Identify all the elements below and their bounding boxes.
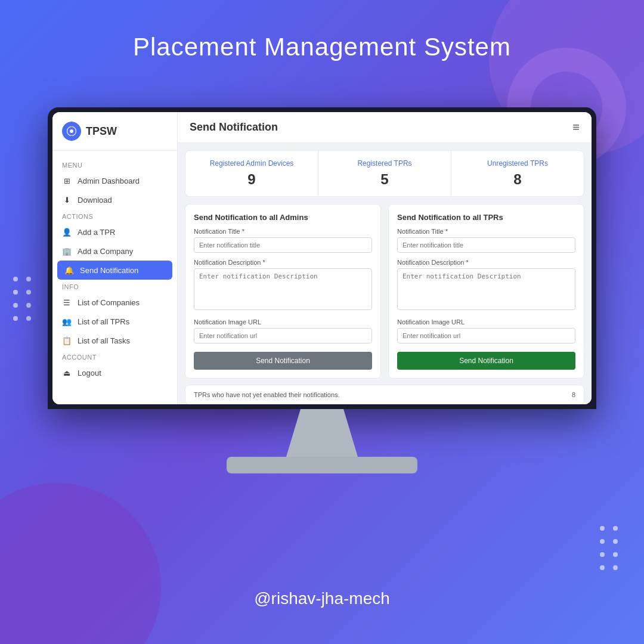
sidebar-item-send-notification[interactable]: 🔔 Send Notification bbox=[57, 261, 172, 280]
sidebar-item-download[interactable]: ⬇ Download bbox=[52, 190, 177, 209]
stat-card-registered-tprs: Registered TPRs 5 bbox=[318, 151, 451, 196]
sidebar-item-list-tprs[interactable]: 👥 List of all TPRs bbox=[52, 312, 177, 331]
tprs-send-button[interactable]: Send Notification bbox=[397, 352, 575, 370]
monitor: TPSW Menu ⊞ Admin Dashboard ⬇ Download A… bbox=[48, 107, 596, 473]
tprs-title-label: Notification Title * bbox=[397, 228, 575, 235]
admins-url-label: Notification Image URL bbox=[194, 318, 372, 326]
grid-icon: ⊞ bbox=[62, 176, 72, 185]
list-icon: ☰ bbox=[62, 298, 72, 307]
users-icon: 👥 bbox=[62, 317, 72, 326]
sidebar-item-send-notification-label: Send Notification bbox=[80, 266, 138, 275]
sidebar-item-list-tasks[interactable]: 📋 List of all Tasks bbox=[52, 331, 177, 350]
admins-notification-panel: Send Notification to all Admins Notifica… bbox=[185, 204, 381, 379]
bottom-bar-text: TPRs who have not yet enabled their noti… bbox=[194, 391, 340, 398]
sidebar-item-admin-dashboard-label: Admin Dashboard bbox=[78, 177, 140, 185]
logo-icon bbox=[62, 122, 81, 141]
tprs-desc-input[interactable] bbox=[397, 268, 575, 310]
admins-title-group: Notification Title * bbox=[194, 228, 372, 253]
tasks-icon: 📋 bbox=[62, 336, 72, 345]
bg-decoration-bottom-left bbox=[0, 483, 161, 644]
stat-label-unregistered-tprs: Unregistered TPRs bbox=[460, 159, 575, 168]
sidebar-item-list-companies[interactable]: ☰ List of Companies bbox=[52, 293, 177, 312]
tprs-desc-group: Notification Description * bbox=[397, 259, 575, 312]
building-icon: 🏢 bbox=[62, 246, 72, 256]
screen-inner: TPSW Menu ⊞ Admin Dashboard ⬇ Download A… bbox=[52, 112, 592, 404]
tprs-title-input[interactable] bbox=[397, 237, 575, 253]
sidebar-item-add-tpr[interactable]: 👤 Add a TPR bbox=[52, 222, 177, 242]
bell-icon: 🔔 bbox=[64, 265, 74, 275]
admins-url-input[interactable] bbox=[194, 328, 372, 343]
main-content: Send Notification ≡ Registered Admin Dev… bbox=[178, 112, 592, 404]
sidebar-section-menu: Menu bbox=[52, 158, 177, 171]
sidebar-item-list-tprs-label: List of all TPRs bbox=[78, 317, 129, 326]
admins-title-label: Notification Title * bbox=[194, 228, 372, 235]
admins-desc-group: Notification Description * bbox=[194, 259, 372, 312]
dots-decoration-left bbox=[11, 274, 33, 323]
stat-label-admin-devices: Registered Admin Devices bbox=[194, 159, 309, 168]
admins-url-group: Notification Image URL bbox=[194, 318, 372, 343]
hamburger-icon[interactable]: ≡ bbox=[572, 120, 580, 134]
admins-panel-title: Send Notification to all Admins bbox=[194, 213, 372, 222]
monitor-stand-base bbox=[227, 457, 417, 473]
monitor-screen: TPSW Menu ⊞ Admin Dashboard ⬇ Download A… bbox=[48, 107, 596, 409]
monitor-stand-neck bbox=[286, 409, 358, 457]
app-layout: TPSW Menu ⊞ Admin Dashboard ⬇ Download A… bbox=[52, 112, 592, 404]
sidebar-logo: TPSW bbox=[52, 122, 177, 151]
sidebar-section-actions: Actions bbox=[52, 209, 177, 222]
footer-handle: @rishav-jha-mech bbox=[0, 589, 644, 608]
svg-point-1 bbox=[70, 129, 73, 133]
panels-row: Send Notification to all Admins Notifica… bbox=[185, 204, 584, 379]
tprs-panel-title: Send Notification to all TPRs bbox=[397, 213, 575, 222]
sidebar-item-logout-label: Logout bbox=[78, 369, 101, 377]
sidebar-section-account: Account bbox=[52, 350, 177, 363]
logo-text: TPSW bbox=[86, 125, 117, 138]
download-icon: ⬇ bbox=[62, 195, 72, 205]
tprs-url-label: Notification Image URL bbox=[397, 318, 575, 326]
page-title: Placement Management System bbox=[0, 33, 644, 61]
stat-value-unregistered-tprs: 8 bbox=[460, 171, 575, 188]
main-header: Send Notification ≡ bbox=[178, 112, 592, 143]
sidebar-item-list-tasks-label: List of all Tasks bbox=[78, 336, 130, 345]
sidebar-item-logout[interactable]: ⏏ Logout bbox=[52, 363, 177, 382]
tprs-url-input[interactable] bbox=[397, 328, 575, 343]
admins-send-button[interactable]: Send Notification bbox=[194, 352, 372, 370]
dots-decoration-right bbox=[597, 524, 620, 572]
sidebar: TPSW Menu ⊞ Admin Dashboard ⬇ Download A… bbox=[52, 112, 178, 404]
tprs-url-group: Notification Image URL bbox=[397, 318, 575, 343]
admins-desc-input[interactable] bbox=[194, 268, 372, 310]
user-icon: 👤 bbox=[62, 227, 72, 237]
stat-card-admin-devices: Registered Admin Devices 9 bbox=[185, 151, 318, 196]
sidebar-item-list-companies-label: List of Companies bbox=[78, 298, 140, 307]
stat-card-unregistered-tprs: Unregistered TPRs 8 bbox=[451, 151, 584, 196]
sidebar-item-add-company[interactable]: 🏢 Add a Company bbox=[52, 242, 177, 261]
sidebar-item-add-company-label: Add a Company bbox=[78, 247, 133, 256]
main-header-title: Send Notification bbox=[190, 121, 278, 134]
stat-value-registered-tprs: 5 bbox=[327, 171, 442, 188]
sidebar-item-admin-dashboard[interactable]: ⊞ Admin Dashboard bbox=[52, 171, 177, 190]
sidebar-item-add-tpr-label: Add a TPR bbox=[78, 228, 115, 237]
stat-label-registered-tprs: Registered TPRs bbox=[327, 159, 442, 168]
stat-value-admin-devices: 9 bbox=[194, 171, 309, 188]
stats-row: Registered Admin Devices 9 Registered TP… bbox=[185, 150, 584, 197]
tprs-desc-label: Notification Description * bbox=[397, 259, 575, 266]
sidebar-section-info: Info bbox=[52, 280, 177, 293]
admins-title-input[interactable] bbox=[194, 237, 372, 253]
sidebar-item-download-label: Download bbox=[78, 196, 112, 205]
admins-desc-label: Notification Description * bbox=[194, 259, 372, 266]
logout-icon: ⏏ bbox=[62, 368, 72, 377]
tprs-notification-panel: Send Notification to all TPRs Notificati… bbox=[388, 204, 584, 379]
bottom-info-bar: TPRs who have not yet enabled their noti… bbox=[185, 385, 584, 404]
bottom-bar-count: 8 bbox=[572, 391, 575, 398]
tprs-title-group: Notification Title * bbox=[397, 228, 575, 253]
